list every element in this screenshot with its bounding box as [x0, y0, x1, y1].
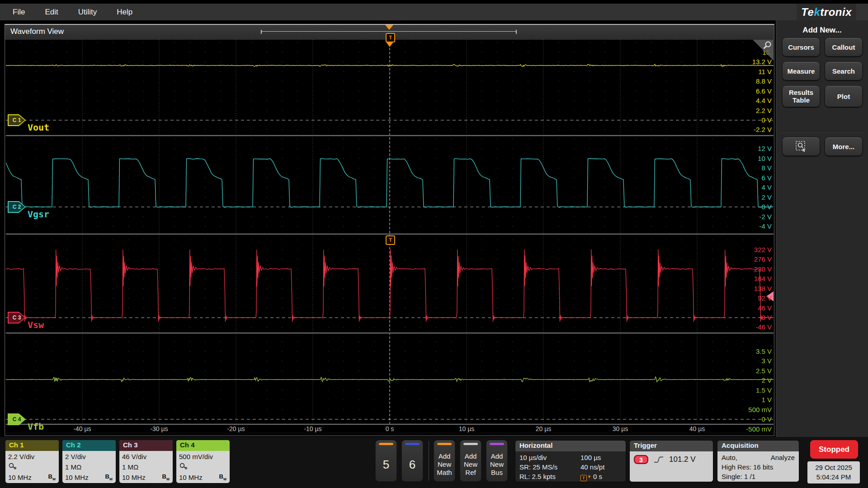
add-new-panel: Add New... CursorsCalloutMeasureSearchRe…: [776, 20, 868, 437]
channel-badge-1[interactable]: Ch 12.2 V/div10 MHzBw: [5, 440, 59, 483]
channel-badge-header: Ch 1: [5, 440, 59, 451]
zoom-select-button[interactable]: [782, 137, 820, 156]
logo-accent: k: [814, 6, 820, 19]
channel-badge-header: Ch 2: [62, 440, 116, 451]
axis-label: 6.6 V: [756, 87, 772, 95]
axis-label: -2.2 V: [754, 126, 772, 133]
measure-button[interactable]: Measure: [782, 61, 820, 80]
horizontal-value: 10 µs/div: [519, 453, 580, 462]
horizontal-panel[interactable]: Horizontal 10 µs/div100 µsSR: 25 MS/s40 …: [515, 440, 626, 482]
channel-badge-2[interactable]: Ch 22 V/div1 MΩ10 MHzBw: [62, 440, 116, 483]
axis-label: 2.5 V: [756, 367, 772, 375]
axis-label: 6 V: [761, 174, 772, 182]
channel-badge-body: 500 mV/div10 MHzBw: [176, 451, 230, 483]
axis-label: 138 V: [754, 285, 772, 292]
acquisition-panel[interactable]: Acquisition Auto,Analyze High Res: 16 bi…: [717, 440, 799, 482]
channel-handle-label: C 1: [9, 115, 25, 125]
horizontal-value: RL: 2.5 kpts: [519, 472, 580, 481]
bandwidth-limit-tag: Bw: [48, 473, 56, 481]
panel-separator: [780, 132, 865, 133]
time-axis-label: 10 µs: [448, 425, 485, 432]
channel-handle-4[interactable]: C 4: [8, 413, 26, 425]
axis-label: 8 V: [761, 164, 772, 172]
menu-bar: FileEditUtilityHelp Tektronix: [0, 4, 868, 20]
channel-name-label: Vout: [28, 122, 49, 133]
axis-label: 2.2 V: [756, 107, 772, 114]
axis-label: 3.5 V: [756, 347, 772, 355]
trigger-panel-title: Trigger: [630, 441, 713, 451]
add-new-ref-button[interactable]: AddNewRef: [460, 440, 481, 482]
separator: [429, 441, 429, 481]
date-text: 29 Oct 2025: [807, 463, 860, 472]
menu-help[interactable]: Help: [117, 8, 132, 17]
time-axis-label: -20 µs: [218, 425, 254, 432]
channel-handle-label: C 2: [9, 202, 25, 212]
axis-label: 0 V: [761, 314, 772, 321]
trigger-triangle-icon: ▼: [587, 474, 591, 479]
axis-label: 0 V: [761, 116, 772, 124]
acquisition-panel-title: Acquisition: [717, 441, 799, 451]
search-button[interactable]: Search: [825, 61, 863, 80]
menu-utility[interactable]: Utility: [78, 8, 97, 17]
axis-label: 46 V: [758, 304, 772, 312]
bandwidth-limit-tag: Bw: [162, 473, 170, 481]
more-button[interactable]: More...: [825, 137, 863, 156]
channel-color-stripe: [379, 443, 393, 445]
axis-label: 230 V: [754, 265, 772, 273]
axis-label: 0 V: [761, 203, 772, 211]
menu-file[interactable]: File: [13, 8, 25, 17]
menu-items: FileEditUtilityHelp: [13, 4, 132, 20]
button-color-stripe: [463, 443, 478, 445]
time-axis-label: -10 µs: [295, 425, 331, 432]
axis-label: 322 V: [754, 246, 772, 253]
trigger-level-value: 101.2 V: [669, 455, 696, 464]
aux-button-row: 56AddNewMathAddNewRefAddNewBus: [375, 440, 512, 482]
channel-badge-4[interactable]: Ch 4500 mV/div10 MHzBw: [176, 440, 230, 483]
channel-handle-label: C 3: [9, 313, 25, 323]
button-label: 5: [376, 458, 396, 472]
horizontal-value: 40 ns/pt: [580, 462, 604, 472]
button-label: AddNewBus: [486, 452, 507, 477]
trigger-position-triangle-icon[interactable]: [385, 25, 393, 30]
tektronix-logo: Tektronix: [797, 4, 856, 20]
axis-label: 2 V: [761, 193, 772, 201]
logo-text: Te: [801, 6, 814, 19]
time-axis-label: -30 µs: [141, 425, 177, 432]
datetime-display[interactable]: 29 Oct 2025 5:04:24 PM: [807, 461, 860, 483]
button-color-stripe: [437, 443, 452, 445]
channel-scale: 46 V/div: [122, 451, 170, 462]
add-new-bus-button[interactable]: AddNewBus: [486, 440, 508, 482]
plot-button[interactable]: Plot: [825, 85, 863, 107]
zoom-corner-icon[interactable]: [753, 40, 774, 61]
magnifier-icon: [762, 41, 772, 51]
acquisition-analyze: Analyze: [771, 453, 795, 462]
callout-button[interactable]: Callout: [825, 38, 863, 56]
menu-edit[interactable]: Edit: [45, 8, 58, 17]
channel-handle-1[interactable]: C 1: [8, 114, 26, 126]
axis-label: 92 V: [758, 294, 772, 302]
run-stop-button[interactable]: Stopped: [810, 440, 858, 459]
channel-impedance: 1 MΩ: [65, 462, 113, 472]
button-color-stripe: [490, 443, 504, 445]
channel-scale: 2.2 V/div: [8, 451, 56, 462]
channel-5-button[interactable]: 5: [375, 440, 397, 482]
channel-handle-3[interactable]: C 3: [8, 312, 26, 324]
probe-icon: [8, 462, 17, 469]
trigger-panel[interactable]: Trigger 3 101.2 V: [629, 440, 713, 482]
trigger-flag-top[interactable]: T: [386, 33, 395, 42]
acquisition-resolution: High Res: 16 bits: [722, 462, 773, 472]
channel-impedance: 1 MΩ: [122, 462, 170, 472]
cursors-button[interactable]: Cursors: [782, 38, 820, 56]
channel-badge-3[interactable]: Ch 346 V/div1 MΩ10 MHzBw: [119, 440, 173, 483]
axis-label: -46 V: [755, 323, 772, 331]
axis-label: 3 V: [761, 357, 772, 365]
trigger-flag-ch3[interactable]: T: [386, 235, 395, 245]
axis-label: 12 V: [758, 145, 772, 152]
add-new-extra-row: More...: [782, 137, 863, 156]
add-new-math-button[interactable]: AddNewMath: [434, 440, 455, 482]
trigger-source-badge: 3: [634, 455, 648, 464]
channel-handle-label: C 4: [9, 414, 25, 424]
results-table-button[interactable]: Results Table: [782, 85, 820, 107]
channel-handle-2[interactable]: C 2: [8, 201, 26, 213]
channel-6-button[interactable]: 6: [401, 440, 423, 482]
